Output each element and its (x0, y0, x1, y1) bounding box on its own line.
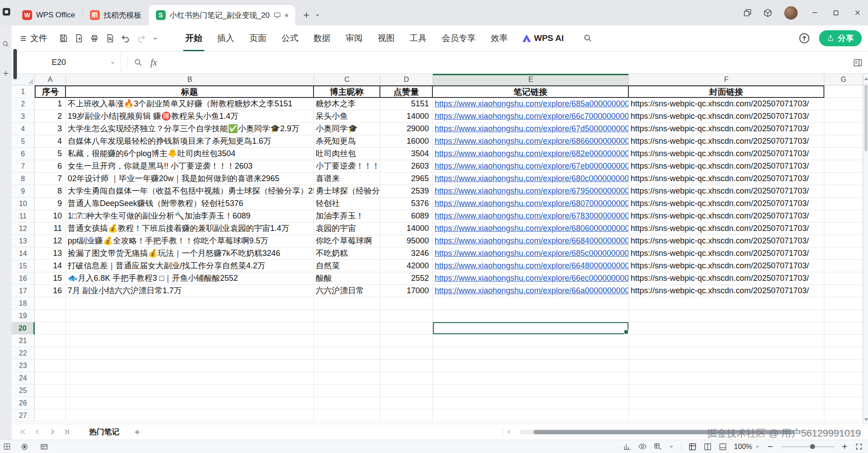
zoom-slider[interactable] (781, 446, 834, 447)
corner-grid-icon[interactable] (3, 443, 11, 450)
cell-E25[interactable] (433, 384, 629, 397)
fx-icon[interactable]: fx (151, 57, 157, 68)
cell-D13[interactable]: 95000 (380, 235, 433, 247)
cell-B27[interactable] (66, 409, 314, 422)
formula-panel-icon[interactable] (853, 58, 863, 68)
cell-F2[interactable]: https://sns-webpic-qc.xhscdn.com/2025070… (629, 98, 824, 110)
formula-search-icon[interactable] (134, 58, 143, 67)
printer-icon[interactable] (90, 34, 99, 43)
cell-E2[interactable]: https://www.xiaohongshu.com/explore/685a… (433, 98, 629, 110)
note-link[interactable]: https://www.xiaohongshu.com/explore/685a… (435, 99, 629, 108)
cell-A25[interactable] (35, 384, 66, 397)
cell-F14[interactable]: https://sns-webpic-qc.xhscdn.com/2025070… (629, 247, 824, 260)
cell-G12[interactable] (824, 222, 863, 235)
row-header-12[interactable]: 12 (12, 222, 35, 235)
cell-G21[interactable] (824, 335, 863, 347)
zoom-control[interactable]: 100% (734, 443, 760, 451)
cell-F11[interactable]: https://sns-webpic-qc.xhscdn.com/2025070… (629, 210, 824, 222)
note-link[interactable]: https://www.xiaohongshu.com/explore/67d5… (435, 124, 629, 133)
cell-B21[interactable] (66, 335, 314, 347)
cell-C26[interactable] (314, 397, 380, 409)
cell-A27[interactable] (35, 409, 66, 422)
cell-D24[interactable] (380, 372, 433, 384)
cell-B11[interactable]: 1□7□种大学生可做的副业分析🔨加油李弄玉！6089 (66, 210, 314, 222)
cell-F10[interactable]: https://sns-webpic-qc.xhscdn.com/2025070… (629, 198, 824, 210)
ribbon-tab-9[interactable]: 效率 (483, 25, 515, 51)
cell-A4[interactable]: 3 (35, 123, 66, 135)
cell-B1[interactable]: 标题 (66, 85, 314, 98)
note-link[interactable]: https://www.xiaohongshu.com/explore/6684… (435, 236, 629, 245)
cell-B5[interactable]: 自媒体八年发现最轻松的挣钱新项目来了杀死知更鸟1.6万 (66, 135, 314, 148)
cell-B15[interactable]: 打破信息差｜普通应届女大副业/找工作分享自然菜4.2万 (66, 260, 314, 272)
cell-C17[interactable]: 六六沪漂日常 (314, 285, 380, 297)
formula-input[interactable] (157, 52, 853, 73)
cell-G2[interactable] (824, 98, 863, 110)
cell-A24[interactable] (35, 372, 66, 384)
close-button[interactable] (847, 0, 868, 25)
note-link[interactable]: https://www.xiaohongshu.com/explore/67eb… (435, 162, 629, 170)
eye-protect-icon[interactable] (638, 442, 647, 451)
cell-F9[interactable]: https://sns-webpic-qc.xhscdn.com/2025070… (629, 185, 824, 198)
sheet-tab-active[interactable]: 热门笔记 (83, 424, 126, 440)
tab-list-chevron-icon[interactable] (315, 12, 320, 18)
cell-D5[interactable]: 16000 (380, 135, 433, 148)
redo-icon[interactable] (137, 34, 146, 43)
cell-B9[interactable]: 大学生勇闯自媒体一年（收益不包括中视频）勇士球探（经验分享）2539 (66, 185, 314, 198)
cell-F12[interactable]: https://sns-webpic-qc.xhscdn.com/2025070… (629, 222, 824, 235)
cell-A6[interactable]: 5 (35, 148, 66, 160)
cell-A5[interactable]: 4 (35, 135, 66, 148)
cell-E12[interactable]: https://www.xiaohongshu.com/explore/6806… (433, 222, 629, 235)
cell-E7[interactable]: https://www.xiaohongshu.com/explore/67eb… (433, 160, 629, 173)
user-avatar[interactable] (784, 6, 798, 20)
name-box-chevron-icon[interactable] (110, 60, 115, 65)
row-header-5[interactable]: 5 (12, 135, 35, 148)
cell-A8[interactable]: 7 (35, 173, 66, 185)
column-header-G[interactable]: G (824, 74, 863, 85)
cell-E22[interactable] (433, 347, 629, 360)
cell-G9[interactable] (824, 185, 863, 198)
row-header-20[interactable]: 20 (12, 322, 35, 335)
cell-D14[interactable]: 3246 (380, 247, 433, 260)
cell-G15[interactable] (824, 260, 863, 272)
cell-F7[interactable]: https://sns-webpic-qc.xhscdn.com/2025070… (629, 160, 824, 173)
cell-F17[interactable]: https://sns-webpic-qc.xhscdn.com/2025070… (629, 285, 824, 297)
cell-G27[interactable] (824, 409, 863, 422)
strip-search-icon[interactable] (2, 40, 9, 48)
vertical-scrollbar[interactable] (863, 74, 868, 424)
row-header-25[interactable]: 25 (12, 384, 35, 397)
cell-D12[interactable]: 14000 (380, 222, 433, 235)
cell-B24[interactable] (66, 372, 314, 384)
cell-A14[interactable]: 13 (35, 247, 66, 260)
cell-B13[interactable]: ppt副业赚💰全攻略！手把手教！！你吃个草莓球啊9.5万 (66, 235, 314, 247)
cell-D10[interactable]: 5376 (380, 198, 433, 210)
cell-E14[interactable]: https://www.xiaohongshu.com/explore/685c… (433, 247, 629, 260)
row-header-27[interactable]: 27 (12, 409, 35, 422)
row-header-16[interactable]: 16 (12, 272, 35, 285)
cell-C6[interactable]: 吐司肉丝包 (314, 148, 380, 160)
cell-B22[interactable] (66, 347, 314, 360)
cell-B4[interactable]: 大学生怎么实现经济独立？分享三个自学技能✅小奥同学🎓2.9万 (66, 123, 314, 135)
cell-E9[interactable]: https://www.xiaohongshu.com/explore/6795… (433, 185, 629, 198)
cell-C1[interactable]: 博主昵称 (314, 85, 380, 98)
cell-A17[interactable]: 16 (35, 285, 66, 297)
row-header-6[interactable]: 6 (12, 148, 35, 160)
cell-E3[interactable]: https://www.xiaohongshu.com/explore/66c7… (433, 110, 629, 123)
cell-G26[interactable] (824, 397, 863, 409)
column-header-E[interactable]: E (433, 74, 629, 85)
cell-F13[interactable]: https://sns-webpic-qc.xhscdn.com/2025070… (629, 235, 824, 247)
note-link[interactable]: https://www.xiaohongshu.com/explore/66a0… (435, 286, 629, 295)
note-link[interactable]: https://www.xiaohongshu.com/explore/682e… (435, 149, 629, 158)
cell-B25[interactable] (66, 384, 314, 397)
customize-qat-chevron-icon[interactable] (152, 36, 158, 41)
cell-C8[interactable]: 喜谱来 (314, 173, 380, 185)
cell-D21[interactable] (380, 335, 433, 347)
cell-G7[interactable] (824, 160, 863, 173)
cell-E11[interactable]: https://www.xiaohongshu.com/explore/6783… (433, 210, 629, 222)
cell-F5[interactable]: https://sns-webpic-qc.xhscdn.com/2025070… (629, 135, 824, 148)
cell-D25[interactable] (380, 384, 433, 397)
upload-cloud-icon[interactable] (799, 32, 810, 44)
cell-E20[interactable] (433, 322, 629, 335)
cell-E23[interactable] (433, 360, 629, 372)
cell-C13[interactable]: 你吃个草莓球啊 (314, 235, 380, 247)
cell-D7[interactable]: 2603 (380, 160, 433, 173)
